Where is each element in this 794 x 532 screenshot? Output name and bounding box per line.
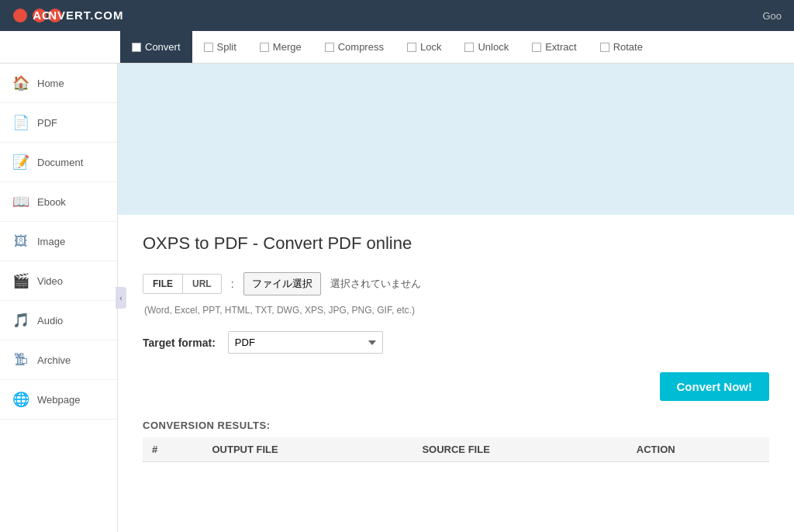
sidebar-item-audio[interactable]: 🎵Audio <box>0 301 117 340</box>
sidebar-item-archive[interactable]: 🗜Archive <box>0 340 117 380</box>
tab-merge[interactable]: Merge <box>248 31 313 63</box>
main-layout: 🏠Home📄PDF📝Document📖Ebook🖼Image🎬Video🎵Aud… <box>0 64 794 532</box>
tab-convert[interactable]: Convert <box>120 31 192 63</box>
sidebar-label-audio: Audio <box>37 315 63 326</box>
sidebar-label-archive: Archive <box>37 354 71 366</box>
results-col-#: # <box>143 437 202 462</box>
sidebar-item-home[interactable]: 🏠Home <box>0 64 117 103</box>
tab-label-extract: Extract <box>545 41 576 53</box>
sidebar-icon-home: 🏠 <box>12 74 29 92</box>
results-table: #OUTPUT FILESOURCE FILEACTION <box>143 437 769 462</box>
target-format-label: Target format: <box>143 337 216 349</box>
sidebar-icon-pdf: 📄 <box>12 114 29 131</box>
target-format-row: Target format: PDFDOCDOCXJPGPNG <box>143 331 769 354</box>
sidebar-icon-audio: 🎵 <box>12 312 29 329</box>
logo-text-part2: NVERT.COM <box>48 9 62 22</box>
header: ACNVERT.COM Goo <box>0 0 794 31</box>
sidebar-icon-document: 📝 <box>12 154 29 171</box>
tab-split[interactable]: Split <box>192 31 248 63</box>
tab-checkbox-compress <box>325 43 334 52</box>
colon-separator: : <box>231 278 234 290</box>
tab-checkbox-unlock <box>464 43 474 52</box>
tab-rotate[interactable]: Rotate <box>589 31 654 63</box>
tab-extract[interactable]: Extract <box>520 31 588 63</box>
choose-file-button[interactable]: ファイル選択 <box>243 272 321 295</box>
sidebar-icon-video: 🎬 <box>12 272 29 289</box>
tab-compress[interactable]: Compress <box>313 31 395 63</box>
sidebar-label-home: Home <box>37 78 64 89</box>
url-tab-button[interactable]: URL <box>182 275 221 293</box>
site-logo: ACNVERT.COM <box>12 8 63 22</box>
sidebar-label-image: Image <box>37 236 65 247</box>
results-col-action: ACTION <box>627 437 769 462</box>
main-content: OXPS to PDF - Convert PDF online FILE UR… <box>118 215 794 481</box>
logo-text-part1: AC <box>33 9 47 22</box>
tab-checkbox-lock <box>407 43 416 52</box>
results-title: CONVERSION RESULTS: <box>143 420 769 431</box>
convert-now-button[interactable]: Convert Now! <box>660 372 770 401</box>
logo-icon <box>13 9 27 22</box>
tab-unlock[interactable]: Unlock <box>453 31 520 63</box>
tab-checkbox-split <box>204 43 213 52</box>
results-col-output-file: OUTPUT FILE <box>202 437 413 462</box>
tab-checkbox-extract <box>532 43 541 52</box>
results-col-source-file: SOURCE FILE <box>413 437 627 462</box>
sidebar-item-image[interactable]: 🖼Image <box>0 222 117 261</box>
sidebar-label-ebook: Ebook <box>37 196 66 208</box>
tab-checkbox-merge <box>260 43 269 52</box>
tab-label-merge: Merge <box>273 41 302 53</box>
main-content-area: OXPS to PDF - Convert PDF online FILE UR… <box>118 64 794 532</box>
target-format-select[interactable]: PDFDOCDOCXJPGPNG <box>228 331 383 354</box>
results-table-header-row: #OUTPUT FILESOURCE FILEACTION <box>143 437 769 462</box>
no-file-label: 選択されていません <box>330 277 421 291</box>
sidebar-item-ebook[interactable]: 📖Ebook <box>0 182 117 222</box>
sidebar-collapse-btn[interactable]: ‹ <box>116 287 126 309</box>
sidebar-item-webpage[interactable]: 🌐Webpage <box>0 380 117 420</box>
tab-checkbox-convert <box>132 43 141 52</box>
sidebar-label-pdf: PDF <box>37 117 57 129</box>
tab-label-split: Split <box>217 41 236 53</box>
sidebar-item-pdf[interactable]: 📄PDF <box>0 103 117 143</box>
file-upload-row: FILE URL : ファイル選択 選択されていません <box>143 272 769 295</box>
header-right-text: Goo <box>762 10 782 22</box>
sidebar: 🏠Home📄PDF📝Document📖Ebook🖼Image🎬Video🎵Aud… <box>0 64 118 532</box>
results-section: CONVERSION RESULTS: #OUTPUT FILESOURCE F… <box>143 420 769 462</box>
tab-label-lock: Lock <box>420 41 441 53</box>
tab-label-rotate: Rotate <box>613 41 643 53</box>
sidebar-icon-ebook: 📖 <box>12 193 29 210</box>
sidebar-item-video[interactable]: 🎬Video <box>0 261 117 301</box>
sidebar-icon-archive: 🗜 <box>12 351 29 368</box>
tab-label-unlock: Unlock <box>478 41 509 53</box>
page-title: OXPS to PDF - Convert PDF online <box>143 233 769 254</box>
tab-lock[interactable]: Lock <box>395 31 453 63</box>
sidebar-icon-webpage: 🌐 <box>12 391 29 408</box>
tab-bar: ConvertSplitMergeCompressLockUnlockExtra… <box>0 31 794 64</box>
sidebar-label-document: Document <box>37 157 83 168</box>
tab-checkbox-rotate <box>600 43 609 52</box>
banner-area <box>118 64 794 215</box>
file-type-toggle: FILE URL <box>143 274 222 294</box>
sidebar-label-video: Video <box>37 275 63 287</box>
file-formats-hint: (Word, Excel, PPT, HTML, TXT, DWG, XPS, … <box>144 305 769 316</box>
sidebar-item-document[interactable]: 📝Document <box>0 143 117 182</box>
sidebar-icon-image: 🖼 <box>12 233 29 250</box>
file-tab-button[interactable]: FILE <box>143 275 182 293</box>
convert-row: Convert Now! <box>143 372 769 401</box>
sidebar-label-webpage: Webpage <box>37 394 80 406</box>
tab-label-compress: Compress <box>338 41 384 53</box>
tab-label-convert: Convert <box>145 41 181 53</box>
results-table-head: #OUTPUT FILESOURCE FILEACTION <box>143 437 769 462</box>
